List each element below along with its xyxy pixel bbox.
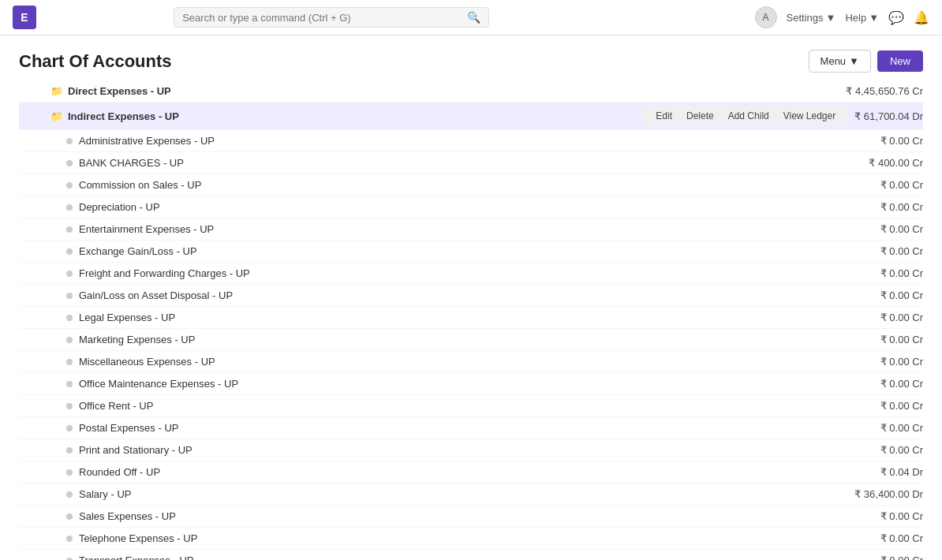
list-item[interactable]: Legal Expenses - UP₹ 0.00 Cr (19, 307, 923, 329)
list-item[interactable]: Gain/Loss on Asset Disposal - UP₹ 0.00 C… (19, 285, 923, 307)
list-item[interactable]: BANK CHARGES - UP₹ 400.00 Cr (19, 152, 923, 174)
dot-icon (66, 337, 73, 343)
list-item[interactable]: Sales Expenses - UP₹ 0.00 Cr (19, 506, 923, 528)
delete-button[interactable]: Delete (680, 109, 720, 123)
account-balance: ₹ 0.00 Cr (880, 378, 923, 390)
navbar: E 🔍 A Settings ▼ Help ▼ 💬 🔔 (0, 0, 942, 35)
list-item[interactable]: Office Maintenance Expenses - UP₹ 0.00 C… (19, 373, 923, 395)
account-balance: ₹ 0.00 Cr (880, 245, 923, 257)
list-item[interactable]: Postal Expenses - UP₹ 0.00 Cr (19, 417, 923, 439)
list-item[interactable]: Exchange Gain/Loss - UP₹ 0.00 Cr (19, 241, 923, 263)
list-item[interactable]: Print and Stationary - UP₹ 0.00 Cr (19, 439, 923, 461)
account-balance: ₹ 0.00 Cr (880, 334, 923, 345)
account-name: Commission on Sales - UP (79, 179, 880, 191)
list-item[interactable]: Depreciation - UP₹ 0.00 Cr (19, 196, 923, 218)
account-name: Salary - UP (79, 488, 854, 500)
account-balance: ₹ 61,700.04 Dr (854, 110, 923, 122)
list-item[interactable]: Salary - UP₹ 36,400.00 Dr (19, 483, 923, 506)
account-balance: ₹ 4,45,650.76 Cr (846, 85, 923, 97)
dot-icon (66, 226, 73, 233)
dot-icon (66, 513, 73, 520)
dot-icon (66, 160, 73, 166)
list-item[interactable]: 📁Indirect Expenses - UPEditDeleteAdd Chi… (19, 103, 923, 130)
dot-icon (66, 425, 73, 431)
search-bar[interactable]: 🔍 (174, 7, 489, 28)
dot-icon (66, 204, 73, 211)
list-item[interactable]: Office Rent - UP₹ 0.00 Cr (19, 395, 923, 417)
account-balance: ₹ 0.00 Cr (880, 135, 923, 147)
account-balance: ₹ 400.00 Cr (869, 157, 923, 169)
view-ledger-button[interactable]: View Ledger (777, 109, 843, 123)
dot-icon (66, 138, 73, 144)
dot-icon (66, 558, 73, 561)
account-balance: ₹ 0.00 Cr (880, 554, 923, 560)
account-name: Rounded Off - UP (79, 466, 880, 478)
account-name: Print and Stationary - UP (79, 444, 880, 456)
list-item[interactable]: Administrative Expenses - UP₹ 0.00 Cr (19, 130, 923, 152)
search-icon: 🔍 (467, 11, 480, 24)
account-name: Telephone Expenses - UP (79, 532, 880, 544)
account-balance: ₹ 0.00 Cr (880, 289, 923, 301)
account-name: Legal Expenses - UP (79, 312, 880, 323)
new-button[interactable]: New (877, 50, 923, 72)
folder-icon: 📁 (50, 85, 63, 97)
list-item[interactable]: Commission on Sales - UP₹ 0.00 Cr (19, 174, 923, 196)
account-name: Miscellaneous Expenses - UP (79, 356, 880, 368)
dot-icon (66, 403, 73, 409)
account-balance: ₹ 0.00 Cr (880, 179, 923, 191)
account-name: Administrative Expenses - UP (79, 135, 880, 147)
dot-icon (66, 248, 73, 255)
list-item[interactable]: Freight and Forwarding Charges - UP₹ 0.0… (19, 263, 923, 285)
chevron-down-icon: ▼ (869, 12, 879, 24)
search-input[interactable] (182, 12, 461, 24)
bell-icon[interactable]: 🔔 (914, 10, 929, 25)
account-name: BANK CHARGES - UP (79, 157, 869, 169)
list-item[interactable]: Marketing Expenses - UP₹ 0.00 Cr (19, 329, 923, 351)
chevron-down-icon: ▼ (849, 55, 859, 67)
account-name: Depreciation - UP (79, 201, 880, 213)
account-balance: ₹ 0.00 Cr (880, 223, 923, 235)
navbar-right: A Settings ▼ Help ▼ 💬 🔔 (755, 6, 929, 28)
list-item[interactable]: Rounded Off - UP₹ 0.04 Dr (19, 461, 923, 483)
dot-icon (66, 447, 73, 454)
add-child-button[interactable]: Add Child (722, 109, 776, 123)
account-name: Marketing Expenses - UP (79, 334, 880, 345)
page-header: Chart Of Accounts Menu ▼ New (0, 35, 942, 80)
account-balance: ₹ 0.00 Cr (880, 400, 923, 412)
settings-button[interactable]: Settings ▼ (787, 12, 836, 24)
account-name: Freight and Forwarding Charges - UP (79, 267, 880, 279)
account-name: Office Rent - UP (79, 400, 880, 412)
account-balance: ₹ 0.00 Cr (880, 444, 923, 456)
dot-icon (66, 536, 73, 542)
account-name: Direct Expenses - UP (68, 85, 846, 97)
list-item[interactable]: Transport Expenses - UP₹ 0.00 Cr (19, 550, 923, 560)
app-logo: E (13, 6, 36, 29)
chat-icon[interactable]: 💬 (888, 10, 904, 25)
account-name: Sales Expenses - UP (79, 510, 880, 522)
dot-icon (66, 182, 73, 189)
account-balance: ₹ 0.00 Cr (880, 356, 923, 368)
account-name: Postal Expenses - UP (79, 422, 880, 434)
content: 📁Direct Expenses - UP₹ 4,45,650.76 Cr📁In… (0, 80, 942, 560)
edit-button[interactable]: Edit (649, 109, 678, 123)
list-item[interactable]: Telephone Expenses - UP₹ 0.00 Cr (19, 528, 923, 550)
account-balance: ₹ 0.04 Dr (880, 466, 923, 478)
account-list: 📁Direct Expenses - UP₹ 4,45,650.76 Cr📁In… (19, 80, 923, 560)
list-item[interactable]: Entertainment Expenses - UP₹ 0.00 Cr (19, 218, 923, 241)
help-button[interactable]: Help ▼ (845, 12, 879, 24)
dot-icon (66, 469, 73, 476)
account-balance: ₹ 0.00 Cr (880, 201, 923, 213)
list-item[interactable]: Miscellaneous Expenses - UP₹ 0.00 Cr (19, 351, 923, 373)
chevron-down-icon: ▼ (826, 12, 836, 24)
account-balance: ₹ 0.00 Cr (880, 510, 923, 522)
folder-icon: 📁 (50, 110, 63, 122)
dot-icon (66, 293, 73, 299)
menu-button[interactable]: Menu ▼ (809, 50, 871, 73)
dot-icon (66, 491, 73, 498)
account-balance: ₹ 0.00 Cr (880, 312, 923, 323)
dot-icon (66, 271, 73, 277)
account-name: Indirect Expenses - UP (68, 110, 643, 122)
list-item[interactable]: 📁Direct Expenses - UP₹ 4,45,650.76 Cr (19, 80, 923, 103)
dot-icon (66, 315, 73, 321)
header-actions: Menu ▼ New (809, 50, 923, 73)
